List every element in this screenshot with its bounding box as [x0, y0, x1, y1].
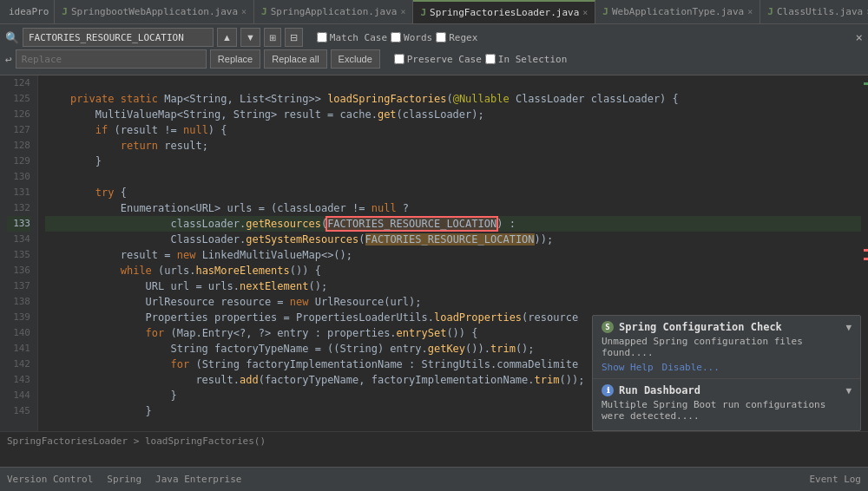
replace-button[interactable]: Replace — [210, 49, 260, 69]
line-num: 140 — [7, 325, 30, 341]
find-bar: 🔍 ▲ ▼ ⊞ ⊟ Match Case Words Regex × ↩ Rep… — [0, 24, 868, 75]
code-line-127: if (result != null) { — [45, 122, 861, 138]
preserve-case-checkbox[interactable] — [394, 54, 404, 64]
in-selection-checkbox[interactable] — [485, 54, 496, 64]
breadcrumb-bar: SpringFactoriesLoader > loadSpringFactor… — [0, 431, 868, 450]
ide-logo-area: ideaPro — [3, 0, 55, 23]
filter-button[interactable]: ⊟ — [285, 28, 303, 47]
line-num: 145 — [7, 403, 30, 419]
code-line-132: Enumeration<URL> urls = (classLoader != … — [45, 200, 861, 216]
replace-input[interactable] — [16, 49, 207, 69]
find-row-1: 🔍 ▲ ▼ ⊞ ⊟ Match Case Words Regex × — [5, 28, 863, 47]
line-num: 132 — [7, 200, 30, 216]
code-line-136: while (urls.hasMoreElements()) { — [45, 263, 861, 278]
tab-classutils[interactable]: J ClassUtils.java × — [760, 0, 868, 23]
run-dashboard-header: ℹ Run Dashboard ▼ — [602, 384, 852, 396]
status-event-log[interactable]: Event Log — [809, 474, 861, 485]
tab-webapplicationtype[interactable]: J WebApplicationType.java × — [595, 0, 760, 23]
scroll-accent — [864, 75, 868, 431]
code-line-133: classLoader.getResources(FACTORIES_RESOU… — [45, 216, 861, 232]
code-line-138: UrlResource resource = new UrlResource(u… — [45, 294, 861, 310]
match-case-option[interactable]: Match Case — [317, 32, 387, 43]
notification-panel: S Spring Configuration Check ▼ Unmapped … — [592, 315, 861, 431]
run-dashboard-notification: ℹ Run Dashboard ▼ Multiple Spring Boot r… — [593, 379, 860, 430]
match-case-checkbox[interactable] — [317, 32, 327, 43]
close-icon[interactable]: × — [400, 7, 405, 16]
preserve-case-option[interactable]: Preserve Case — [394, 54, 482, 65]
regex-checkbox[interactable] — [436, 32, 446, 43]
java-file-icon: J — [62, 6, 68, 17]
run-dashboard-title: Run Dashboard — [619, 384, 700, 396]
code-line-137: URL url = urls.nextElement(); — [45, 278, 861, 294]
status-java-enterprise[interactable]: Java Enterprise — [155, 474, 241, 485]
code-line-124 — [45, 75, 861, 91]
code-line-129: } — [45, 154, 861, 169]
spring-config-icon: S — [602, 321, 614, 333]
line-num: 131 — [7, 185, 30, 200]
line-num: 134 — [7, 232, 30, 247]
tab-bar: ideaPro J SpringbootWebApplication.java … — [0, 0, 868, 24]
exclude-button[interactable]: Exclude — [331, 49, 380, 69]
code-line-130 — [45, 169, 861, 185]
match-case-label: Match Case — [330, 32, 387, 43]
line-num: 142 — [7, 357, 30, 372]
line-num: 138 — [7, 294, 30, 310]
regex-option[interactable]: Regex — [436, 32, 477, 43]
status-spring[interactable]: Spring — [107, 474, 141, 485]
close-icon[interactable]: × — [582, 8, 588, 17]
java-file-icon: J — [261, 6, 267, 17]
tab-springboot[interactable]: J SpringbootWebApplication.java × — [55, 0, 254, 23]
scroll-mark-1 — [864, 249, 868, 252]
tab-label: WebApplicationType.java — [612, 6, 744, 17]
line-num: 141 — [7, 341, 30, 357]
jump-button[interactable]: ⊞ — [264, 28, 281, 47]
prev-match-button[interactable]: ▲ — [217, 28, 237, 47]
tab-label: SpringApplication.java — [271, 6, 398, 17]
java-file-icon: J — [602, 6, 608, 17]
status-bar: Version Control Spring Java Enterprise E… — [0, 467, 868, 491]
line-numbers: 124 125 126 127 128 129 130 131 132 133 … — [0, 75, 38, 431]
line-num: 143 — [7, 372, 30, 388]
words-option[interactable]: Words — [391, 32, 432, 43]
code-line-126: MultiValueMap<String, String> result = c… — [45, 107, 861, 122]
tab-springapplication[interactable]: J SpringApplication.java × — [254, 0, 413, 23]
status-version-control[interactable]: Version Control — [7, 474, 93, 485]
replace-all-button[interactable]: Replace all — [264, 49, 326, 69]
line-num: 130 — [7, 169, 30, 185]
line-num: 128 — [7, 138, 30, 154]
line-num: 125 — [7, 91, 30, 107]
line-num: 139 — [7, 310, 30, 325]
line-num: 126 — [7, 107, 30, 122]
run-dashboard-text: Multiple Spring Boot run configurations … — [602, 399, 852, 422]
code-line-134: ClassLoader.getSystemResources(FACTORIES… — [45, 232, 861, 247]
show-help-link[interactable]: Show Help — [602, 362, 654, 373]
close-find-button[interactable]: × — [856, 30, 863, 44]
words-label: Words — [404, 32, 432, 43]
next-match-button[interactable]: ▼ — [240, 28, 260, 47]
spring-config-title: Spring Configuration Check — [619, 321, 782, 333]
close-icon[interactable]: × — [747, 7, 753, 16]
search-input[interactable] — [23, 28, 214, 47]
spring-config-notification: S Spring Configuration Check ▼ Unmapped … — [593, 316, 860, 379]
java-file-icon: J — [420, 7, 426, 18]
tab-label: SpringFactoriesLoader.java — [430, 7, 579, 18]
breadcrumb: SpringFactoriesLoader > loadSpringFactor… — [7, 435, 266, 447]
spring-config-expand[interactable]: ▼ — [845, 322, 852, 333]
tab-label: SpringbootWebApplication.java — [71, 6, 238, 17]
preserve-case-label: Preserve Case — [407, 54, 482, 65]
in-selection-option[interactable]: In Selection — [485, 54, 567, 65]
words-checkbox[interactable] — [391, 32, 401, 43]
code-line-135: result = new LinkedMultiValueMap<>(); — [45, 247, 861, 263]
find-row-2: ↩ Replace Replace all Exclude Preserve C… — [5, 49, 863, 69]
java-file-icon: J — [767, 6, 773, 17]
close-icon[interactable]: × — [241, 7, 247, 16]
regex-label: Regex — [449, 32, 477, 43]
run-dashboard-expand[interactable]: ▼ — [845, 385, 852, 396]
editor-area: 124 125 126 127 128 129 130 131 132 133 … — [0, 75, 868, 431]
disable-link[interactable]: Disable... — [662, 362, 720, 373]
line-num: 133 — [7, 216, 30, 232]
run-dashboard-icon: ℹ — [602, 384, 614, 396]
line-num: 137 — [7, 278, 30, 294]
line-num: 136 — [7, 263, 30, 278]
tab-springfactoriesloader[interactable]: J SpringFactoriesLoader.java × — [413, 0, 595, 23]
